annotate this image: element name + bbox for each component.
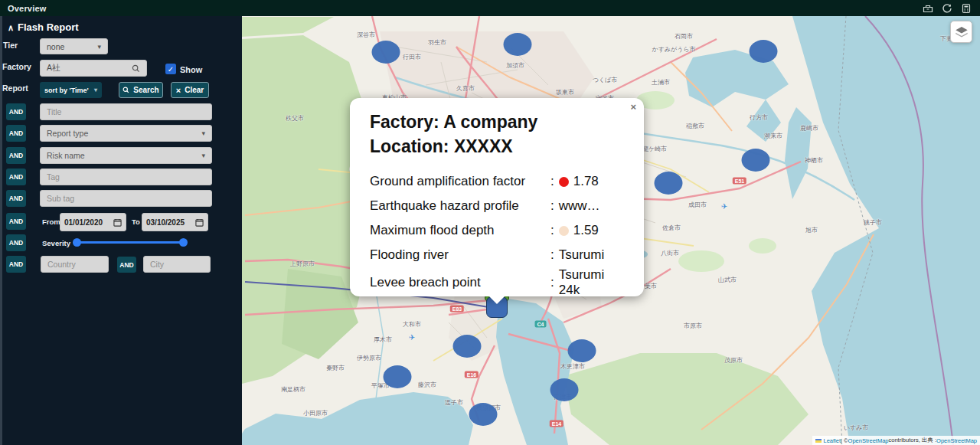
and-button[interactable]: AND	[6, 190, 26, 207]
search-button[interactable]: Search	[119, 82, 163, 98]
colon: :	[550, 247, 554, 263]
sub-tag-input[interactable]	[40, 190, 212, 207]
from-date-value: 01/01/2020	[64, 218, 103, 227]
map-marker[interactable]	[750, 40, 778, 63]
popup-rows: Ground amplification factor :1.78 Earthq…	[370, 169, 629, 292]
chevron-down-icon: ▾	[201, 129, 205, 137]
osm-link[interactable]: OpenStreetMap	[848, 437, 889, 444]
tier-label: Tier	[3, 41, 18, 50]
and-button[interactable]: AND	[6, 256, 26, 273]
map-marker[interactable]	[469, 403, 498, 426]
popup-title-line1: Factory: A company	[370, 110, 629, 135]
severity-slider-min-handle[interactable]	[73, 238, 81, 247]
clear-button-label: Clear	[185, 86, 204, 94]
from-label: From	[42, 218, 60, 226]
app-title: Overview	[8, 4, 47, 13]
close-icon[interactable]: ×	[630, 102, 636, 112]
map-marker[interactable]	[742, 149, 770, 172]
popup-row-label: Levee breach point	[370, 275, 550, 290]
refresh-icon[interactable]	[942, 3, 952, 14]
popup-row: Flooding river :Tsurumi	[370, 243, 629, 267]
severity-slider[interactable]	[77, 241, 186, 244]
factory-popup: × Factory: A company Location: XXXXX Gro…	[350, 98, 644, 296]
panel-title: Flash Report	[18, 21, 78, 33]
chevron-down-icon: ▾	[94, 87, 97, 93]
to-date-value: 03/10/2025	[146, 218, 185, 227]
map-marker[interactable]	[568, 339, 596, 362]
tier-value: none	[47, 42, 64, 51]
and-button[interactable]: AND	[6, 125, 26, 142]
leaflet-link[interactable]: Leaflet	[823, 437, 841, 444]
popup-row-label: Maximum flood depth	[370, 223, 550, 238]
map-canvas[interactable]: 深谷市羽生市行田市加須市久喜市東松山市坂東市守谷市柏市下妻市石岡市かすみがうら市…	[242, 16, 980, 445]
and-button[interactable]: AND	[6, 234, 26, 251]
popup-row: Levee breach point :Tsurumi 24k	[370, 267, 629, 292]
popup-tip	[488, 296, 505, 304]
and-button[interactable]: AND	[6, 103, 26, 120]
risk-name-select[interactable]: Risk name ▾	[40, 147, 212, 164]
tag-input[interactable]	[40, 169, 212, 185]
map-marker[interactable]	[453, 335, 482, 358]
search-button-label: Search	[133, 86, 158, 94]
sort-select[interactable]: sort by 'Time' ▾	[40, 82, 102, 98]
to-label: To	[132, 218, 140, 226]
popup-row-value: 1.78	[573, 174, 599, 189]
show-checkbox[interactable]: ✓	[165, 64, 176, 74]
city-input[interactable]	[143, 256, 211, 273]
panel-header[interactable]: ∧Flash Report	[8, 21, 79, 33]
colon: :	[550, 275, 554, 290]
map-marker[interactable]	[655, 172, 683, 195]
layers-icon	[954, 25, 969, 40]
popup-row-value: Tsurumi	[559, 247, 605, 263]
map-marker[interactable]	[384, 365, 412, 388]
severity-slider-max-handle[interactable]	[179, 238, 188, 247]
calendar-icon[interactable]	[195, 218, 204, 227]
clear-button[interactable]: × Clear	[171, 82, 209, 98]
to-date-input[interactable]: 03/10/2025	[142, 213, 208, 231]
calculator-icon[interactable]	[961, 3, 972, 14]
report-type-placeholder: Report type	[47, 129, 88, 138]
osm-source-link[interactable]: OpenStreetMap	[936, 437, 977, 444]
colon: :	[550, 223, 554, 238]
severity-dot-peach	[559, 226, 569, 236]
factory-input[interactable]: A社	[40, 60, 147, 77]
top-bar: Overview	[0, 0, 980, 16]
ukraine-flag-icon	[815, 439, 822, 443]
popup-row: Earthquake hazard profile :www…	[370, 194, 629, 218]
search-icon[interactable]	[132, 64, 140, 73]
and-button[interactable]: AND	[6, 147, 26, 164]
attribution-text: contributors, 出典 :	[889, 437, 937, 444]
popup-row-label: Ground amplification factor	[370, 174, 550, 189]
inbox-icon[interactable]	[923, 3, 933, 14]
map-marker[interactable]	[504, 33, 532, 56]
popup-row-label: Earthquake hazard profile	[370, 198, 550, 214]
popup-row-value: 1.59	[573, 223, 599, 238]
risk-name-placeholder: Risk name	[47, 151, 85, 160]
chevron-down-icon: ▾	[97, 43, 101, 51]
and-button[interactable]: AND	[6, 213, 26, 230]
country-input[interactable]	[41, 256, 109, 273]
and-button[interactable]: AND	[6, 169, 26, 185]
search-icon	[122, 87, 129, 93]
title-input[interactable]	[40, 103, 212, 120]
and-button[interactable]: AND	[117, 257, 136, 273]
attribution-text: | ©	[841, 437, 848, 444]
calendar-icon[interactable]	[113, 218, 122, 227]
from-date-input[interactable]: 01/01/2020	[60, 213, 126, 231]
factory-label: Factory	[2, 62, 31, 71]
severity-dot-red	[559, 177, 569, 187]
chevron-down-icon: ▾	[201, 152, 205, 159]
sidebar-scrollbar[interactable]	[0, 16, 2, 445]
map-marker[interactable]	[372, 41, 400, 64]
layers-control-button[interactable]	[950, 21, 972, 43]
collapse-icon: ∧	[8, 23, 14, 32]
close-icon: ×	[176, 86, 181, 95]
colon: :	[550, 174, 554, 189]
map-marker[interactable]	[550, 378, 579, 401]
popup-row-value: www…	[559, 198, 600, 214]
factory-value: A社	[47, 63, 60, 74]
tier-select[interactable]: none ▾	[40, 38, 108, 54]
popup-row: Ground amplification factor :1.78	[370, 169, 629, 194]
popup-row-label: Flooding river	[370, 247, 550, 263]
report-type-select[interactable]: Report type ▾	[40, 125, 212, 142]
